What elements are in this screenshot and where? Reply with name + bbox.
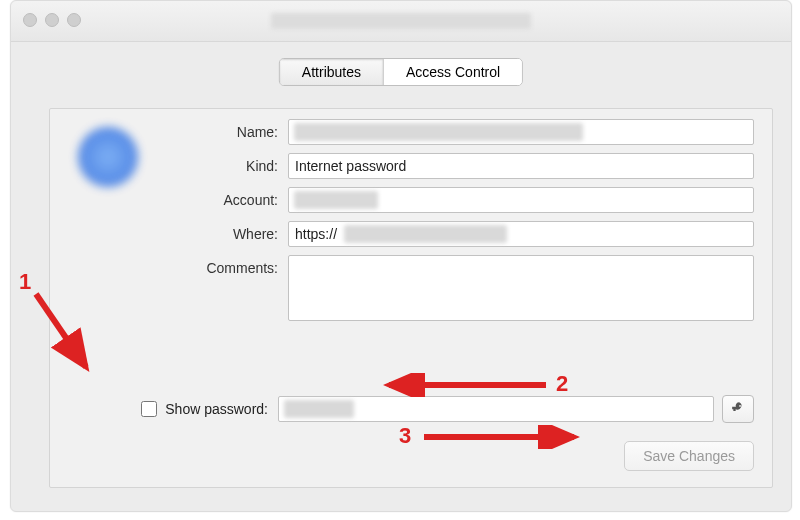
- bottom-button-row: Save Changes: [624, 441, 754, 471]
- redacted-overlay: [344, 225, 507, 243]
- window-controls: [23, 13, 81, 27]
- comments-field[interactable]: [288, 255, 754, 321]
- where-label: Where:: [168, 221, 288, 242]
- kind-field[interactable]: [288, 153, 754, 179]
- kind-label: Kind:: [168, 153, 288, 174]
- save-changes-button[interactable]: Save Changes: [624, 441, 754, 471]
- account-label: Account:: [168, 187, 288, 208]
- tab-attributes[interactable]: Attributes: [280, 59, 384, 85]
- titlebar: [11, 1, 791, 42]
- attributes-panel: Name: Kind: Account:: [49, 108, 773, 488]
- close-window-button[interactable]: [23, 13, 37, 27]
- redacted-overlay: [284, 400, 354, 418]
- window-title-redacted: [271, 13, 531, 29]
- keychain-item-window: Attributes Access Control Name: Kind:: [10, 0, 792, 512]
- item-icon: [78, 127, 138, 187]
- tab-bar: Attributes Access Control: [279, 58, 523, 86]
- redacted-overlay: [294, 191, 378, 209]
- window-content: Attributes Access Control Name: Kind:: [11, 42, 791, 512]
- password-row: Show password:: [68, 395, 754, 423]
- show-password-checkbox[interactable]: [141, 401, 157, 417]
- minimize-window-button[interactable]: [45, 13, 59, 27]
- redacted-overlay: [294, 123, 583, 141]
- comments-label: Comments:: [168, 255, 288, 276]
- zoom-window-button[interactable]: [67, 13, 81, 27]
- password-assistant-button[interactable]: [722, 395, 754, 423]
- tab-access-control[interactable]: Access Control: [384, 59, 522, 85]
- attributes-form: Name: Kind: Account:: [168, 119, 754, 332]
- name-label: Name:: [168, 119, 288, 140]
- show-password-label: Show password:: [165, 401, 268, 417]
- key-icon: [731, 401, 745, 418]
